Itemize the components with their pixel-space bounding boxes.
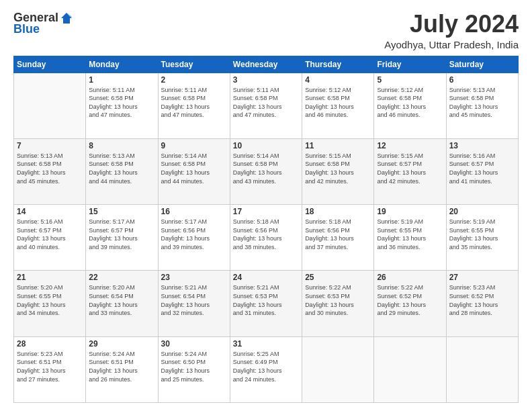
day-info: Sunrise: 5:19 AM Sunset: 6:55 PM Dayligh… bbox=[449, 218, 515, 251]
day-number: 20 bbox=[449, 207, 515, 216]
table-row: 30Sunrise: 5:24 AM Sunset: 6:50 PM Dayli… bbox=[158, 336, 230, 402]
header-thursday: Thursday bbox=[302, 56, 374, 73]
table-row: 12Sunrise: 5:15 AM Sunset: 6:57 PM Dayli… bbox=[374, 138, 446, 204]
table-row: 24Sunrise: 5:21 AM Sunset: 6:53 PM Dayli… bbox=[230, 271, 302, 336]
calendar-table: Sunday Monday Tuesday Wednesday Thursday… bbox=[13, 56, 519, 403]
day-info: Sunrise: 5:13 AM Sunset: 6:58 PM Dayligh… bbox=[449, 86, 515, 120]
day-info: Sunrise: 5:22 AM Sunset: 6:52 PM Dayligh… bbox=[377, 283, 443, 317]
table-row: 25Sunrise: 5:22 AM Sunset: 6:53 PM Dayli… bbox=[302, 271, 374, 336]
day-number: 13 bbox=[449, 141, 515, 150]
calendar-week-row: 28Sunrise: 5:23 AM Sunset: 6:51 PM Dayli… bbox=[14, 336, 519, 402]
day-number: 14 bbox=[17, 207, 83, 216]
day-number: 12 bbox=[377, 141, 443, 150]
day-info: Sunrise: 5:13 AM Sunset: 6:58 PM Dayligh… bbox=[89, 152, 154, 185]
logo-blue: Blue bbox=[13, 22, 40, 36]
logo: General Blue bbox=[13, 11, 73, 36]
day-info: Sunrise: 5:20 AM Sunset: 6:54 PM Dayligh… bbox=[89, 283, 154, 317]
header-friday: Friday bbox=[374, 56, 446, 73]
day-number: 18 bbox=[305, 207, 371, 216]
day-number: 3 bbox=[233, 75, 299, 85]
calendar-header-row: Sunday Monday Tuesday Wednesday Thursday… bbox=[14, 56, 519, 73]
table-row: 17Sunrise: 5:18 AM Sunset: 6:56 PM Dayli… bbox=[230, 205, 302, 271]
day-info: Sunrise: 5:21 AM Sunset: 6:54 PM Dayligh… bbox=[161, 283, 227, 317]
header-wednesday: Wednesday bbox=[230, 56, 302, 73]
table-row: 7Sunrise: 5:13 AM Sunset: 6:58 PM Daylig… bbox=[14, 138, 86, 204]
table-row bbox=[302, 336, 374, 402]
day-info: Sunrise: 5:17 AM Sunset: 6:57 PM Dayligh… bbox=[89, 218, 154, 251]
day-number: 26 bbox=[377, 273, 443, 282]
day-number: 2 bbox=[161, 75, 227, 85]
page: General Blue July 2024 Ayodhya, Uttar Pr… bbox=[0, 0, 532, 411]
day-info: Sunrise: 5:23 AM Sunset: 6:52 PM Dayligh… bbox=[449, 283, 515, 317]
day-info: Sunrise: 5:24 AM Sunset: 6:51 PM Dayligh… bbox=[89, 350, 154, 383]
location: Ayodhya, Uttar Pradesh, India bbox=[384, 39, 519, 50]
table-row: 4Sunrise: 5:12 AM Sunset: 6:58 PM Daylig… bbox=[302, 73, 374, 138]
title-section: July 2024 Ayodhya, Uttar Pradesh, India bbox=[384, 11, 519, 50]
day-info: Sunrise: 5:20 AM Sunset: 6:55 PM Dayligh… bbox=[17, 283, 83, 317]
day-number: 22 bbox=[89, 273, 154, 282]
table-row: 23Sunrise: 5:21 AM Sunset: 6:54 PM Dayli… bbox=[158, 271, 230, 336]
table-row: 10Sunrise: 5:14 AM Sunset: 6:58 PM Dayli… bbox=[230, 138, 302, 204]
day-info: Sunrise: 5:18 AM Sunset: 6:56 PM Dayligh… bbox=[233, 218, 299, 251]
day-number: 24 bbox=[233, 273, 299, 282]
table-row bbox=[446, 336, 518, 402]
day-info: Sunrise: 5:14 AM Sunset: 6:58 PM Dayligh… bbox=[233, 152, 299, 185]
day-info: Sunrise: 5:12 AM Sunset: 6:58 PM Dayligh… bbox=[305, 86, 371, 120]
day-info: Sunrise: 5:13 AM Sunset: 6:58 PM Dayligh… bbox=[17, 152, 83, 185]
table-row: 28Sunrise: 5:23 AM Sunset: 6:51 PM Dayli… bbox=[14, 336, 86, 402]
table-row: 20Sunrise: 5:19 AM Sunset: 6:55 PM Dayli… bbox=[446, 205, 518, 271]
table-row: 9Sunrise: 5:14 AM Sunset: 6:58 PM Daylig… bbox=[158, 138, 230, 204]
table-row bbox=[374, 336, 446, 402]
day-number: 11 bbox=[305, 141, 371, 150]
day-number: 7 bbox=[17, 141, 83, 150]
calendar-week-row: 21Sunrise: 5:20 AM Sunset: 6:55 PM Dayli… bbox=[14, 271, 519, 336]
day-info: Sunrise: 5:25 AM Sunset: 6:49 PM Dayligh… bbox=[233, 350, 299, 383]
day-info: Sunrise: 5:22 AM Sunset: 6:53 PM Dayligh… bbox=[305, 283, 371, 317]
table-row: 22Sunrise: 5:20 AM Sunset: 6:54 PM Dayli… bbox=[86, 271, 158, 336]
day-number: 21 bbox=[17, 273, 83, 282]
table-row: 29Sunrise: 5:24 AM Sunset: 6:51 PM Dayli… bbox=[86, 336, 158, 402]
table-row: 21Sunrise: 5:20 AM Sunset: 6:55 PM Dayli… bbox=[14, 271, 86, 336]
header-sunday: Sunday bbox=[14, 56, 86, 73]
day-number: 23 bbox=[161, 273, 227, 282]
day-info: Sunrise: 5:19 AM Sunset: 6:55 PM Dayligh… bbox=[377, 218, 443, 251]
svg-marker-0 bbox=[61, 13, 72, 24]
day-info: Sunrise: 5:14 AM Sunset: 6:58 PM Dayligh… bbox=[161, 152, 227, 185]
logo-icon bbox=[60, 11, 73, 25]
day-number: 25 bbox=[305, 273, 371, 282]
table-row: 5Sunrise: 5:12 AM Sunset: 6:58 PM Daylig… bbox=[374, 73, 446, 138]
table-row: 13Sunrise: 5:16 AM Sunset: 6:57 PM Dayli… bbox=[446, 138, 518, 204]
day-number: 30 bbox=[161, 339, 227, 349]
day-number: 28 bbox=[17, 339, 83, 349]
calendar-week-row: 14Sunrise: 5:16 AM Sunset: 6:57 PM Dayli… bbox=[14, 205, 519, 271]
day-info: Sunrise: 5:24 AM Sunset: 6:50 PM Dayligh… bbox=[161, 350, 227, 383]
day-number: 27 bbox=[449, 273, 515, 282]
table-row: 18Sunrise: 5:18 AM Sunset: 6:56 PM Dayli… bbox=[302, 205, 374, 271]
day-number: 15 bbox=[89, 207, 154, 216]
header: General Blue July 2024 Ayodhya, Uttar Pr… bbox=[13, 11, 519, 50]
day-info: Sunrise: 5:16 AM Sunset: 6:57 PM Dayligh… bbox=[17, 218, 83, 251]
day-info: Sunrise: 5:11 AM Sunset: 6:58 PM Dayligh… bbox=[161, 86, 227, 120]
day-info: Sunrise: 5:23 AM Sunset: 6:51 PM Dayligh… bbox=[17, 350, 83, 383]
day-info: Sunrise: 5:17 AM Sunset: 6:56 PM Dayligh… bbox=[161, 218, 227, 251]
header-saturday: Saturday bbox=[446, 56, 518, 73]
day-info: Sunrise: 5:18 AM Sunset: 6:56 PM Dayligh… bbox=[305, 218, 371, 251]
table-row: 8Sunrise: 5:13 AM Sunset: 6:58 PM Daylig… bbox=[86, 138, 158, 204]
table-row bbox=[14, 73, 86, 138]
header-tuesday: Tuesday bbox=[158, 56, 230, 73]
table-row: 26Sunrise: 5:22 AM Sunset: 6:52 PM Dayli… bbox=[374, 271, 446, 336]
table-row: 3Sunrise: 5:11 AM Sunset: 6:58 PM Daylig… bbox=[230, 73, 302, 138]
day-number: 8 bbox=[89, 141, 154, 150]
header-monday: Monday bbox=[86, 56, 158, 73]
calendar-week-row: 7Sunrise: 5:13 AM Sunset: 6:58 PM Daylig… bbox=[14, 138, 519, 204]
table-row: 16Sunrise: 5:17 AM Sunset: 6:56 PM Dayli… bbox=[158, 205, 230, 271]
table-row: 14Sunrise: 5:16 AM Sunset: 6:57 PM Dayli… bbox=[14, 205, 86, 271]
table-row: 31Sunrise: 5:25 AM Sunset: 6:49 PM Dayli… bbox=[230, 336, 302, 402]
day-info: Sunrise: 5:16 AM Sunset: 6:57 PM Dayligh… bbox=[449, 152, 515, 185]
day-info: Sunrise: 5:21 AM Sunset: 6:53 PM Dayligh… bbox=[233, 283, 299, 317]
day-number: 1 bbox=[89, 75, 154, 85]
day-info: Sunrise: 5:11 AM Sunset: 6:58 PM Dayligh… bbox=[89, 86, 154, 120]
day-number: 31 bbox=[233, 339, 299, 349]
day-number: 10 bbox=[233, 141, 299, 150]
day-number: 5 bbox=[377, 75, 443, 85]
